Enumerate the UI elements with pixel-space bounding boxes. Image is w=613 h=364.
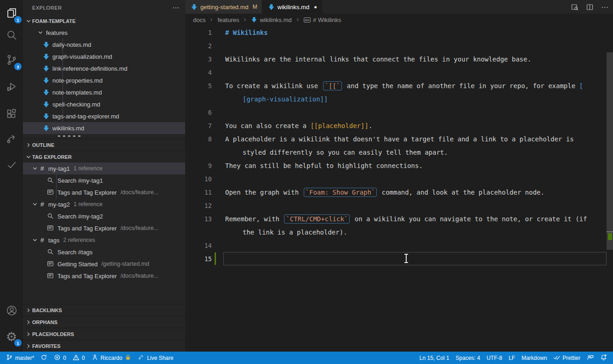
activity-item-extensions[interactable] xyxy=(0,105,23,125)
file-label: link-reference-definitions.md xyxy=(52,65,127,72)
status-indentation[interactable]: Spaces: 4 xyxy=(453,352,483,364)
editor-line-6[interactable]: 6 xyxy=(185,106,613,119)
status-eol[interactable]: LF xyxy=(505,352,518,364)
chevron-right-icon xyxy=(25,342,32,350)
split-editor-icon[interactable] xyxy=(586,3,594,11)
editor-line-8[interactable]: 8A placeholder is a wikilink that doesn'… xyxy=(185,132,613,146)
editor-line-10[interactable]: 10 xyxy=(185,172,613,185)
search-small-icon xyxy=(47,248,54,256)
more-actions-icon[interactable]: ⋯ xyxy=(601,3,608,11)
inline-code-span: `[[` xyxy=(323,81,342,90)
tag-child-note[interactable]: Tags and Tag Explorer/docs/feature... xyxy=(23,222,185,234)
tree-file-tags-and-tag-explorer.md[interactable]: tags-and-tag-explorer.md xyxy=(23,110,185,122)
tag-child-note[interactable]: Getting Started/getting-started.md xyxy=(23,258,185,270)
editor-line-7[interactable]: 7You can also create a [[placeholder]]. xyxy=(185,119,613,132)
more-actions-icon[interactable]: ⋯ xyxy=(172,4,180,12)
activity-item-search[interactable] xyxy=(0,26,23,46)
tag-hash-icon: # xyxy=(39,165,46,172)
section-orphans[interactable]: ORPHANS xyxy=(23,316,185,328)
section-backlinks[interactable]: BACKLINKS xyxy=(23,304,185,316)
status-cursor-position[interactable]: Ln 15, Col 1 xyxy=(416,352,453,364)
wikilink-text[interactable]: [ xyxy=(579,82,583,90)
tree-file-note-templates.md[interactable]: note-templates.md xyxy=(23,86,185,98)
section-foam-template[interactable]: FOAM-TEMPLATE xyxy=(23,16,185,27)
breadcrumb-item[interactable]: docs xyxy=(193,17,205,23)
status-account[interactable]: Riccardo xyxy=(88,352,135,364)
editor-line-2[interactable]: 2 xyxy=(185,39,613,52)
editor-line-12[interactable]: 12 xyxy=(185,199,613,212)
line-number: 8 xyxy=(185,135,218,143)
tree-file-link-reference-definitions.md[interactable]: link-reference-definitions.md xyxy=(23,62,185,74)
tag-child-note[interactable]: Tags and Tag Explorer/docs/feature... xyxy=(23,186,185,198)
code-editor[interactable]: 1# Wikilinks23Wikilinks are the internal… xyxy=(185,26,613,352)
status-live-share[interactable]: Live Share xyxy=(135,352,176,364)
tag-child-search[interactable]: Search #tags xyxy=(23,246,185,258)
status-encoding[interactable]: UTF-8 xyxy=(483,352,505,364)
breadcrumb-item[interactable]: wikilinks.md xyxy=(251,17,291,23)
editor-line-4[interactable]: 4 xyxy=(185,66,613,79)
status-errors[interactable]: 0 xyxy=(51,352,69,364)
tree-folder-features[interactable]: features xyxy=(23,27,185,39)
tree-file-graph-visualization.md[interactable]: graph-visualization.md xyxy=(23,50,185,62)
plain-text: They can still be helpful to highlight c… xyxy=(225,162,423,169)
section-favorites[interactable]: FAVORITES xyxy=(23,340,185,352)
tree-file-note-properties.md[interactable]: note-properties.md xyxy=(23,74,185,86)
status-language-mode[interactable]: Markdown xyxy=(518,352,550,364)
status-branch[interactable]: master* xyxy=(3,352,37,364)
tag-child-search[interactable]: Search #my-tag2 xyxy=(23,210,185,222)
status-sync[interactable] xyxy=(37,352,51,364)
plain-text: Remember, with xyxy=(225,215,283,223)
editor-line-5[interactable]: 5To create a wikilink use `[[` and type … xyxy=(185,79,613,92)
breadcrumb-item[interactable]: features xyxy=(217,17,239,23)
editor-line-3[interactable]: 3Wikilinks are the internal links that c… xyxy=(185,52,613,66)
tab-wikilinks.md[interactable]: wikilinks.md● xyxy=(262,0,322,14)
status-bar: master*00RiccardoLive ShareLn 15, Col 1S… xyxy=(0,352,613,364)
section-outline[interactable]: OUTLINE xyxy=(23,139,185,151)
activity-item-account[interactable] xyxy=(0,301,23,321)
section-tag-explorer[interactable]: TAG EXPLORER xyxy=(23,151,185,162)
tag-child-path: /docs/feature... xyxy=(120,225,159,231)
placeholder-link-text[interactable]: [[placeholder]] xyxy=(310,122,368,129)
activity-item-explorer[interactable]: 1 xyxy=(0,4,23,24)
wikilink-text[interactable]: [graph-visualization]] xyxy=(243,95,328,103)
tab-getting-started.md[interactable]: getting-started.mdM xyxy=(185,0,262,14)
open-preview-icon[interactable] xyxy=(571,3,579,11)
explorer-sidebar: EXPLORER ⋯ FOAM-TEMPLATE featuresdaily-n… xyxy=(23,0,185,352)
plain-text: Open the graph with xyxy=(225,189,303,196)
status-formatter[interactable]: Prettier xyxy=(550,352,584,364)
tree-file-daily-notes.md[interactable]: daily-notes.md xyxy=(23,39,185,50)
breadcrumb: docsfeatureswikilinks.mdabc# Wikilinks xyxy=(185,14,613,26)
activity-item-checks[interactable] xyxy=(0,155,23,175)
activity-badge: 1 xyxy=(14,339,22,347)
status-feedback[interactable] xyxy=(584,352,597,364)
breadcrumb-label: wikilinks.md xyxy=(260,17,291,23)
editor-line-1[interactable]: 1# Wikilinks xyxy=(185,26,613,39)
note-icon xyxy=(47,224,54,232)
tag-child-note[interactable]: Tags and Tag Explorer/docs/feature... xyxy=(23,270,185,282)
editor-line-9[interactable]: 9They can still be helpful to highlight … xyxy=(185,159,613,172)
activity-bar: 13⚙1 xyxy=(0,0,23,352)
line-number: 4 xyxy=(185,69,218,76)
editor-line-wrap[interactable]: the link is a placeholder). xyxy=(185,225,613,239)
editor-line-14[interactable]: 14 xyxy=(185,239,613,252)
tag-row-tags[interactable]: #tags2 references xyxy=(23,234,185,246)
activity-item-source-control[interactable]: 3 xyxy=(0,50,23,71)
breadcrumb-item[interactable]: abc# Wikilinks xyxy=(304,17,341,23)
editor-line-15[interactable]: 15 xyxy=(185,252,613,265)
activity-item-run-debug[interactable] xyxy=(0,77,23,97)
activity-item-settings[interactable]: ⚙1 xyxy=(0,327,23,347)
tag-child-search[interactable]: Search #my-tag1 xyxy=(23,174,185,186)
chevron-down-icon xyxy=(37,29,44,36)
editor-line-wrap[interactable]: [graph-visualization]] xyxy=(185,92,613,106)
tree-file-spell-checking.md[interactable]: spell-checking.md xyxy=(23,98,185,110)
tag-row-my-tag1[interactable]: #my-tag11 reference xyxy=(23,162,185,174)
editor-line-13[interactable]: 13Remember, with `CTRL/CMD+click` on a w… xyxy=(185,212,613,225)
tree-file-wikilinks.md[interactable]: wikilinks.md xyxy=(23,122,185,134)
tag-row-my-tag2[interactable]: #my-tag21 reference xyxy=(23,198,185,210)
status-notifications[interactable] xyxy=(597,352,610,364)
editor-line-11[interactable]: 11Open the graph with `Foam: Show Graph`… xyxy=(185,185,613,199)
editor-line-wrap[interactable]: styled differently so you can easily tel… xyxy=(185,146,613,159)
activity-item-live-share[interactable] xyxy=(0,130,23,150)
status-warnings[interactable]: 0 xyxy=(69,352,88,364)
section-placeholders[interactable]: PLACEHOLDERS xyxy=(23,328,185,340)
